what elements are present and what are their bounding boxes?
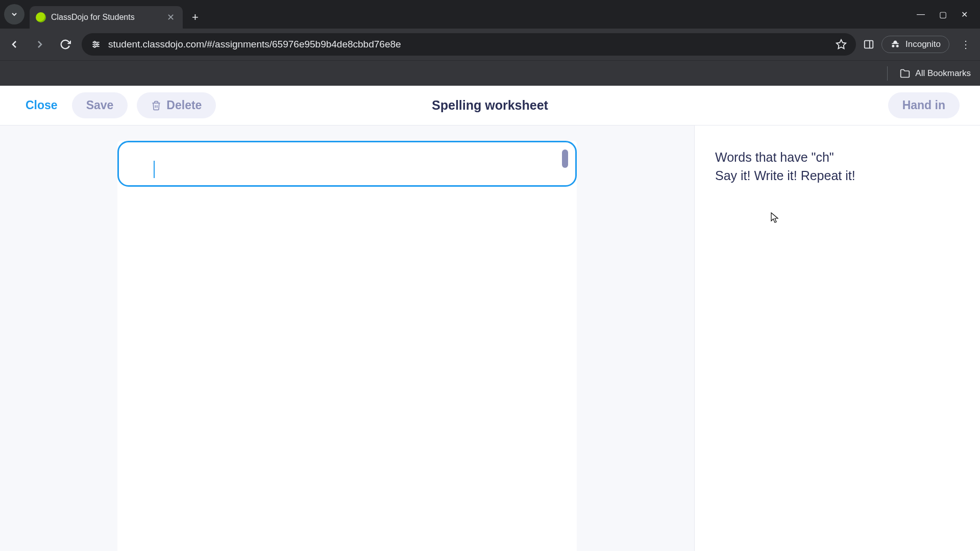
text-caret — [154, 161, 155, 178]
window-controls: ― ▢ ✕ — [917, 10, 976, 19]
svg-point-3 — [94, 41, 95, 43]
assignment-title: Spelling worksheet — [432, 98, 548, 113]
maximize-button[interactable]: ▢ — [939, 10, 947, 19]
site-settings-icon[interactable] — [91, 39, 101, 49]
svg-point-5 — [94, 46, 95, 47]
instructions-line-1: Words that have "ch" — [715, 148, 960, 166]
canvas-area — [0, 126, 694, 551]
browser-tab-strip: ClassDojo for Students ✕ + ― ▢ ✕ — [0, 0, 980, 29]
incognito-icon — [890, 39, 900, 49]
bookmark-bar: All Bookmarks — [0, 60, 980, 86]
minimize-button[interactable]: ― — [917, 10, 925, 19]
close-button[interactable]: Close — [20, 94, 63, 116]
all-bookmarks-button[interactable]: All Bookmarks — [900, 68, 971, 79]
side-panel-icon[interactable] — [863, 39, 874, 50]
svg-marker-6 — [837, 40, 846, 48]
reload-button[interactable] — [56, 35, 75, 54]
all-bookmarks-label: All Bookmarks — [915, 68, 971, 79]
svg-rect-7 — [865, 41, 873, 48]
browser-toolbar: student.classdojo.com/#/assignments/6597… — [0, 29, 980, 60]
separator — [887, 66, 888, 81]
hand-in-button[interactable]: Hand in — [888, 92, 960, 118]
tab-search-dropdown[interactable] — [4, 4, 24, 24]
app-main: Words that have "ch" Say it! Write it! R… — [0, 126, 980, 551]
new-tab-button[interactable]: + — [183, 11, 208, 24]
tab-title: ClassDojo for Students — [51, 13, 135, 22]
text-input-box[interactable] — [117, 141, 577, 187]
page-content: Close Save Delete Spelling worksheet Han… — [0, 86, 980, 551]
incognito-label: Incognito — [905, 39, 941, 49]
url-text: student.classdojo.com/#/assignments/6597… — [108, 39, 401, 50]
forward-button[interactable] — [31, 35, 49, 54]
browser-menu-button[interactable]: ⋮ — [957, 38, 975, 51]
instructions-line-2: Say it! Write it! Repeat it! — [715, 166, 960, 185]
save-button[interactable]: Save — [72, 92, 128, 118]
instructions-panel: Words that have "ch" Say it! Write it! R… — [694, 126, 980, 551]
close-tab-button[interactable]: ✕ — [165, 10, 177, 25]
instructions-text: Words that have "ch" Say it! Write it! R… — [715, 148, 960, 185]
browser-tab[interactable]: ClassDojo for Students ✕ — [30, 6, 183, 29]
drag-handle[interactable] — [562, 149, 568, 168]
worksheet-canvas[interactable] — [117, 141, 577, 551]
chevron-down-icon — [10, 10, 18, 18]
app-header: Close Save Delete Spelling worksheet Han… — [0, 86, 980, 126]
address-bar[interactable]: student.classdojo.com/#/assignments/6597… — [82, 33, 856, 56]
incognito-indicator[interactable]: Incognito — [881, 36, 949, 53]
close-window-button[interactable]: ✕ — [961, 10, 968, 19]
trash-icon — [151, 100, 161, 111]
delete-button[interactable]: Delete — [137, 92, 216, 118]
back-button[interactable] — [5, 35, 23, 54]
classdojo-favicon — [36, 12, 46, 22]
bookmark-star-icon[interactable] — [836, 39, 847, 50]
delete-label: Delete — [166, 98, 202, 112]
svg-point-4 — [96, 43, 98, 45]
folder-icon — [900, 68, 910, 79]
